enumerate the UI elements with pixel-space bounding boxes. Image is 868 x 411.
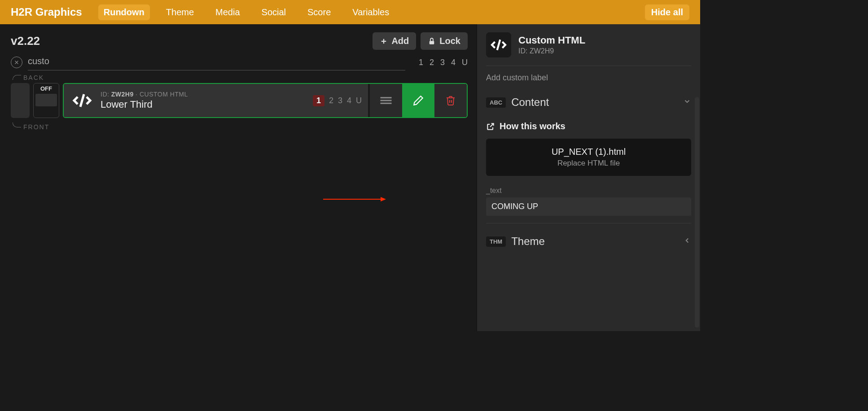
svg-line-12	[490, 123, 494, 127]
svg-marker-10	[381, 197, 386, 201]
rundown-panel: v2.22 Add Lock 1 2 3 4	[0, 24, 477, 331]
trash-icon	[445, 95, 456, 106]
drag-icon	[379, 96, 393, 105]
off-label: OFF	[40, 85, 52, 92]
svg-line-11	[497, 39, 500, 50]
clear-search-button[interactable]	[11, 57, 22, 68]
app-logo: H2R Graphics	[11, 6, 82, 18]
scrollbar[interactable]	[695, 97, 699, 328]
drag-handle[interactable]	[370, 84, 402, 117]
theme-badge: THM	[486, 236, 506, 247]
item-thumb-blank[interactable]	[11, 83, 30, 118]
add-button[interactable]: Add	[373, 32, 416, 50]
content-section-title: Content	[511, 96, 678, 109]
hide-all-button[interactable]: Hide all	[645, 4, 689, 20]
tab-media[interactable]: Media	[210, 4, 245, 20]
back-label: BACK	[23, 74, 468, 81]
lock-label: Lock	[439, 36, 460, 46]
item-output-2[interactable]: 2	[329, 96, 333, 105]
rundown-item-row: OFF ID: ZW2H9 · CUSTOM HTML Lower Third	[11, 83, 468, 118]
tab-score[interactable]: Score	[302, 4, 336, 20]
output-4[interactable]: 4	[451, 58, 456, 67]
chevron-left-icon	[683, 236, 691, 246]
lock-icon	[428, 37, 436, 45]
content-section-toggle[interactable]: ABC Content	[486, 92, 691, 113]
file-name: UP_NEXT (1).html	[494, 147, 683, 157]
add-label: Add	[391, 36, 409, 46]
text-field-label: _text	[486, 187, 691, 195]
front-label: FRONT	[23, 123, 468, 131]
file-sub: Replace HTML file	[494, 159, 683, 168]
item-output-1[interactable]: 1	[313, 95, 324, 106]
item-output-u[interactable]: U	[356, 96, 362, 105]
item-output-3[interactable]: 3	[338, 96, 342, 105]
search-input[interactable]	[28, 54, 405, 70]
output-filter: 1 2 3 4 U	[411, 58, 468, 67]
lock-button[interactable]: Lock	[421, 32, 468, 50]
theme-section-toggle[interactable]: THM Theme	[486, 231, 691, 252]
item-title: Lower Third	[101, 99, 307, 110]
output-3[interactable]: 3	[440, 58, 445, 67]
nav-tabs: Rundown Theme Media Social Score Variabl…	[98, 4, 395, 20]
tab-theme[interactable]: Theme	[161, 4, 199, 20]
external-link-icon	[486, 122, 495, 131]
panel-title: Custom HTML	[518, 35, 585, 46]
item-off-toggle[interactable]: OFF	[33, 83, 59, 118]
output-2[interactable]: 2	[430, 58, 434, 67]
x-icon	[14, 60, 19, 65]
delete-button[interactable]	[434, 84, 467, 117]
item-main[interactable]: ID: ZW2H9 · CUSTOM HTML Lower Third 1 2 …	[64, 84, 370, 117]
rundown-item-card[interactable]: ID: ZW2H9 · CUSTOM HTML Lower Third 1 2 …	[63, 83, 468, 118]
panel-id: ID: ZW2H9	[518, 47, 585, 55]
pencil-icon	[412, 95, 424, 106]
theme-section-title: Theme	[511, 235, 678, 248]
custom-label-input[interactable]: Add custom label	[486, 73, 691, 83]
topbar: H2R Graphics Rundown Theme Media Social …	[0, 0, 700, 24]
edit-button[interactable]	[402, 84, 434, 117]
version-label: v2.22	[11, 34, 40, 48]
off-preview	[35, 94, 57, 106]
annotation-arrow	[323, 195, 386, 204]
plus-icon	[380, 37, 388, 45]
panel-code-icon	[486, 32, 511, 57]
svg-rect-2	[430, 41, 434, 44]
properties-panel: Custom HTML ID: ZW2H9 Add custom label A…	[477, 24, 700, 331]
output-u[interactable]: U	[462, 58, 468, 67]
tab-rundown[interactable]: Rundown	[98, 4, 150, 20]
tab-social[interactable]: Social	[256, 4, 291, 20]
content-badge: ABC	[486, 97, 506, 108]
tab-variables[interactable]: Variables	[347, 4, 395, 20]
output-1[interactable]: 1	[419, 58, 423, 67]
item-output-4[interactable]: 4	[347, 96, 351, 105]
item-outputs: 1 2 3 4 U	[313, 95, 362, 106]
how-this-works-link[interactable]: How this works	[486, 121, 691, 131]
svg-line-5	[80, 94, 84, 107]
text-field-input[interactable]	[486, 197, 691, 216]
html-file-dropzone[interactable]: UP_NEXT (1).html Replace HTML file	[486, 139, 691, 176]
code-icon	[70, 88, 94, 113]
item-meta: ID: ZW2H9 · CUSTOM HTML	[101, 91, 307, 98]
chevron-down-icon	[683, 97, 691, 107]
